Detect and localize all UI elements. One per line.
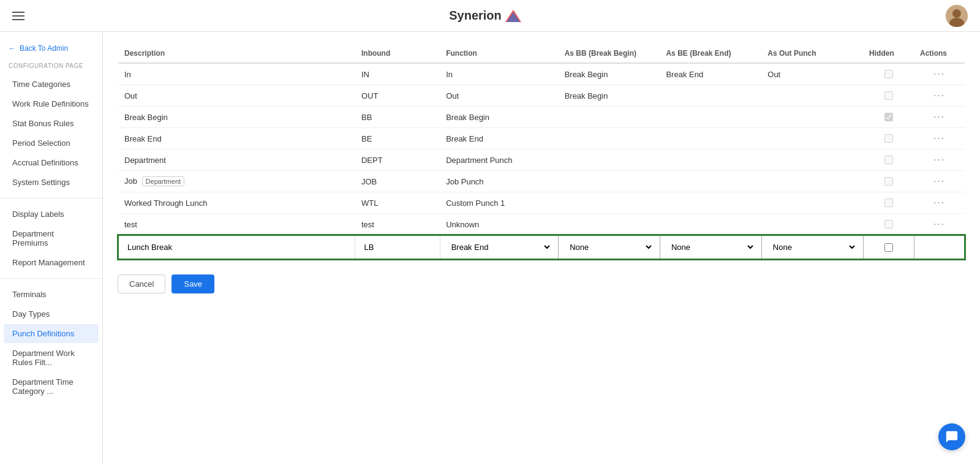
- hidden-checkbox[interactable]: [884, 134, 893, 143]
- actions-menu-icon[interactable]: ···: [933, 133, 945, 143]
- sidebar-item-punch-definitions[interactable]: Punch Definitions: [4, 324, 99, 343]
- be-select[interactable]: NoneBreak BeginBreak End: [666, 241, 755, 254]
- cell-actions[interactable]: ···: [914, 85, 965, 107]
- cell-actions[interactable]: ···: [914, 63, 965, 85]
- cell-actions[interactable]: ···: [914, 192, 965, 214]
- cell-be: [660, 107, 761, 128]
- sidebar-item-work-rule-definitions[interactable]: Work Rule Definitions: [4, 94, 99, 113]
- cell-hidden: [863, 63, 914, 85]
- cell-out: [761, 171, 863, 192]
- cell-actions[interactable]: ···: [914, 214, 965, 236]
- cell-inbound: IN: [355, 63, 440, 85]
- edit-be-cell[interactable]: NoneBreak BeginBreak End: [660, 235, 761, 259]
- actions-menu-icon[interactable]: ···: [933, 176, 945, 186]
- actions-menu-icon[interactable]: ···: [933, 69, 945, 79]
- col-header-hidden: Hidden: [863, 44, 914, 63]
- cell-inbound: test: [355, 214, 440, 236]
- col-header-bb: As BB (Break Begin): [559, 44, 660, 63]
- bb-select[interactable]: NoneBreak BeginBreak End: [565, 241, 654, 254]
- cell-hidden: [863, 107, 914, 128]
- cell-bb: [559, 149, 660, 171]
- hidden-checkbox[interactable]: [884, 70, 893, 78]
- cell-bb: [559, 107, 660, 128]
- cell-bb: Break Begin: [559, 85, 660, 107]
- config-section-label: CONFIGURATION PAGE: [0, 62, 102, 74]
- sidebar-divider: [0, 198, 102, 198]
- hidden-checkbox-edit[interactable]: [884, 243, 893, 252]
- cell-actions[interactable]: ···: [914, 149, 965, 171]
- cell-actions[interactable]: ···: [914, 107, 965, 128]
- actions-menu-icon[interactable]: ···: [933, 197, 945, 208]
- back-to-admin-label: Back To Admin: [20, 44, 68, 53]
- sidebar-item-terminals[interactable]: Terminals: [4, 285, 99, 304]
- hidden-checkbox[interactable]: [884, 220, 893, 229]
- actions-menu-icon[interactable]: ···: [933, 154, 945, 165]
- cell-be: Break End: [660, 63, 761, 85]
- cell-hidden: [863, 85, 914, 107]
- edit-hidden-cell[interactable]: [863, 235, 914, 259]
- sidebar-item-accrual-definitions[interactable]: Accrual Definitions: [4, 153, 99, 172]
- cell-inbound: JOB: [355, 171, 440, 192]
- svg-point-3: [952, 9, 961, 18]
- cell-actions[interactable]: ···: [914, 128, 965, 149]
- hidden-checkbox[interactable]: [884, 198, 893, 207]
- out-select[interactable]: NoneOut: [768, 241, 857, 254]
- sidebar-item-day-types[interactable]: Day Types: [4, 304, 99, 323]
- table-row: Department DEPT Department Punch ···: [118, 149, 965, 171]
- sidebar-item-system-settings[interactable]: System Settings: [4, 173, 99, 192]
- cell-description: Job Department: [118, 171, 355, 192]
- top-navigation: Synerion: [0, 0, 980, 32]
- description-input[interactable]: [125, 241, 349, 253]
- edit-description-cell[interactable]: [118, 235, 355, 259]
- edit-function-cell[interactable]: InOutBreak BeginBreak EndDepartment Punc…: [440, 235, 558, 259]
- save-button[interactable]: Save: [172, 274, 214, 293]
- user-avatar[interactable]: [946, 5, 968, 27]
- hidden-checkbox[interactable]: [884, 113, 893, 121]
- sidebar-item-report-management[interactable]: Report Management: [4, 253, 99, 272]
- sidebar-item-display-labels[interactable]: Display Labels: [4, 205, 99, 224]
- sidebar-item-department-time-category[interactable]: Department Time Category ...: [4, 372, 99, 401]
- edit-bb-cell[interactable]: NoneBreak BeginBreak End: [559, 235, 660, 259]
- inbound-input[interactable]: [361, 241, 433, 253]
- cell-function: Break Begin: [440, 107, 558, 128]
- chat-button[interactable]: [938, 423, 965, 450]
- cell-function: Department Punch: [440, 149, 558, 171]
- hidden-checkbox[interactable]: [884, 91, 893, 100]
- cell-function: Break End: [440, 128, 558, 149]
- sidebar-item-period-selection[interactable]: Period Selection: [4, 134, 99, 153]
- col-header-out: As Out Punch: [761, 44, 863, 63]
- sidebar-item-time-categories[interactable]: Time Categories: [4, 75, 99, 94]
- cell-function: Out: [440, 85, 558, 107]
- hidden-checkbox[interactable]: [884, 177, 893, 186]
- sidebar-item-department-premiums[interactable]: Department Premiums: [4, 224, 99, 252]
- cell-hidden: [863, 192, 914, 214]
- cell-description: Department: [118, 149, 355, 171]
- cell-function: Custom Punch 1: [440, 192, 558, 214]
- sidebar-item-department-work-rules[interactable]: Department Work Rules Filt...: [4, 344, 99, 372]
- sidebar: ← Back To Admin CONFIGURATION PAGE Time …: [0, 32, 103, 465]
- actions-menu-icon[interactable]: ···: [933, 90, 945, 100]
- cell-description: Break Begin: [118, 107, 355, 128]
- cell-inbound: OUT: [355, 85, 440, 107]
- logo-icon: [505, 10, 521, 22]
- table-row: Break Begin BB Break Begin ···: [118, 107, 965, 128]
- cell-function: Job Punch: [440, 171, 558, 192]
- actions-menu-icon[interactable]: ···: [933, 219, 945, 229]
- hidden-checkbox[interactable]: [884, 156, 893, 164]
- back-to-admin-link[interactable]: ← Back To Admin: [0, 39, 102, 58]
- cell-inbound: DEPT: [355, 149, 440, 171]
- cell-actions[interactable]: ···: [914, 171, 965, 192]
- cancel-button[interactable]: Cancel: [118, 274, 165, 293]
- function-select[interactable]: InOutBreak BeginBreak EndDepartment Punc…: [447, 241, 552, 254]
- hamburger-menu-icon[interactable]: [12, 12, 24, 20]
- edit-inbound-cell[interactable]: [355, 235, 440, 259]
- actions-menu-icon[interactable]: ···: [933, 112, 945, 122]
- cell-out: [761, 128, 863, 149]
- edit-out-cell[interactable]: NoneOut: [761, 235, 863, 259]
- edit-actions-cell: [914, 235, 965, 259]
- dept-badge: Department: [142, 176, 184, 186]
- table-row: Out OUT Out Break Begin ···: [118, 85, 965, 107]
- cell-bb: [559, 128, 660, 149]
- main-content: Description Inbound Function As BB (Brea…: [103, 32, 980, 465]
- sidebar-item-stat-bonus-rules[interactable]: Stat Bonus Rules: [4, 114, 99, 133]
